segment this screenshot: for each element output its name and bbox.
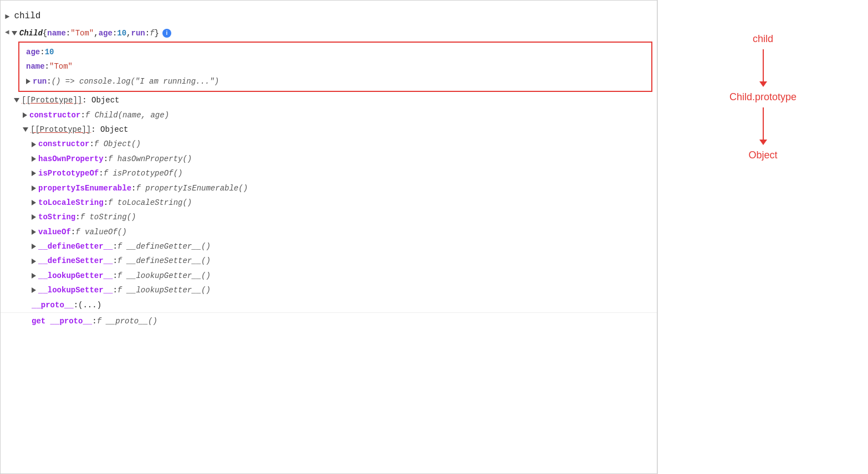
run-expand[interactable] [26, 79, 30, 84]
info-icon[interactable]: i [162, 29, 171, 38]
ctor1-expand[interactable] [23, 112, 27, 118]
console-top-line: ► child [1, 7, 657, 26]
get-proto-val: f __proto__() [97, 315, 157, 327]
object-annotation: Object [748, 150, 777, 161]
ctor1-key: constructor [29, 109, 80, 121]
object-summary-line: ◄ Child { name : "Tom" , age : 10 , run … [1, 26, 657, 40]
definegetter-colon: : [113, 240, 117, 253]
colon2: : [113, 27, 117, 39]
proto1-expand[interactable] [14, 98, 19, 102]
lookupgetter-line: __lookupGetter__ : f __lookupGetter__() [1, 269, 657, 283]
back-arrow-icon[interactable]: ◄ [5, 27, 9, 39]
run-key-inline: run [131, 27, 145, 39]
name-property-line: name : "Tom" [24, 59, 647, 74]
tostring-expand[interactable] [32, 214, 36, 220]
lookupsetter-val: f __lookupSetter__() [118, 284, 211, 296]
name-key: name [47, 27, 66, 39]
proto-prop-val: (...) [78, 299, 101, 311]
tolocalestring-key: toLocaleString [38, 197, 104, 209]
valueof-expand[interactable] [32, 229, 36, 235]
isprototypeof-key: isPrototypeOf [38, 167, 99, 179]
hasownprop-expand[interactable] [32, 156, 36, 162]
get-proto-key: get __proto__ [32, 315, 92, 327]
arrow1 [763, 49, 764, 83]
lookupsetter-expand[interactable] [32, 287, 36, 293]
tolocalestring-val: f toLocaleString() [108, 197, 192, 209]
lookupgetter-key: __lookupGetter__ [38, 270, 113, 282]
object-label: Object [748, 150, 777, 161]
proto-prop-line: __proto__ : (...) [1, 298, 657, 312]
run-f-inline: f [150, 27, 154, 39]
definegetter-key: __defineGetter__ [38, 240, 113, 253]
isprototypeof-expand[interactable] [32, 171, 36, 176]
propertyisenumerable-key: propertyIsEnumerable [38, 182, 131, 194]
propertyisenumerable-line: propertyIsEnumerable : f propertyIsEnume… [1, 181, 657, 195]
brace-close: } [155, 27, 159, 39]
valueof-val: f valueOf() [75, 226, 126, 238]
proto-prop-colon: : [74, 299, 78, 311]
expand-arrow[interactable] [12, 31, 17, 35]
valueof-key: valueOf [38, 226, 71, 238]
obj-ctor-colon: : [89, 138, 94, 150]
valueof-colon: : [71, 226, 75, 238]
own-properties-box: age : 10 name : "Tom" run : () => consol… [18, 42, 652, 92]
lookupsetter-line: __lookupSetter__ : f __lookupSetter__() [1, 283, 657, 297]
definesetter-colon: : [113, 255, 117, 267]
age-num-inline: 10 [117, 27, 126, 39]
proto2-expand[interactable] [23, 127, 28, 132]
valueof-line: valueOf : f valueOf() [1, 225, 657, 239]
colon1: : [66, 27, 70, 39]
lookupgetter-val: f __lookupGetter__() [118, 270, 211, 282]
age-property-line: age : 10 [24, 45, 647, 59]
obj-constructor-line: constructor : f Object() [1, 137, 657, 151]
lookupgetter-expand[interactable] [32, 273, 36, 279]
name-colon: : [45, 60, 49, 73]
isprototypeof-line: isPrototypeOf : f isPrototypeOf() [1, 166, 657, 181]
isprototypeof-colon: : [99, 167, 103, 179]
tostring-key: toString [38, 211, 75, 223]
run-colon: : [47, 75, 51, 87]
child-prototype-label: Child.prototype [729, 91, 796, 103]
top-variable-name: child [14, 9, 40, 24]
proto2-label: [[Prototype]] [30, 123, 91, 136]
tolocalestring-colon: : [104, 197, 108, 209]
prototype2-line: [[Prototype]] : Object [1, 122, 657, 137]
run-property-line: run : () => console.log("I am running...… [24, 74, 647, 89]
get-proto-colon: : [92, 315, 96, 327]
isprototypeof-val: f isPrototypeOf() [104, 167, 183, 179]
proto1-colon: : Object [82, 94, 119, 106]
age-key-inline: age [99, 27, 113, 39]
object-class-name: Child [19, 27, 43, 39]
get-proto-line: get __proto__ : f __proto__() [1, 312, 657, 328]
hasownprop-key: hasOwnProperty [38, 153, 104, 165]
run-key-prop: run [33, 75, 47, 87]
age-key: age [26, 46, 40, 58]
run-func-val: () => console.log("I am running...") [52, 75, 219, 87]
definesetter-expand[interactable] [32, 259, 36, 264]
proto2-colon: : Object [91, 123, 128, 136]
definegetter-line: __defineGetter__ : f __defineGetter__() [1, 239, 657, 254]
obj-ctor-expand[interactable] [32, 142, 36, 147]
definegetter-val: f __defineGetter__() [118, 240, 211, 253]
obj-ctor-val: f Object() [94, 138, 141, 150]
tolocalestring-expand[interactable] [32, 200, 36, 205]
ctor1-val: f Child(name, age) [85, 109, 169, 121]
age-value: 10 [45, 46, 54, 58]
console-panel: ► child ◄ Child { name : "Tom" , age : 1… [0, 0, 657, 474]
definesetter-key: __defineSetter__ [38, 255, 113, 267]
lookupsetter-colon: : [113, 284, 117, 296]
colon3: : [145, 27, 150, 39]
propertyisenumerable-expand[interactable] [32, 186, 36, 191]
chevron-icon: ► [5, 11, 9, 23]
child-annotation: child [753, 33, 773, 45]
lookupsetter-key: __lookupSetter__ [38, 284, 113, 296]
brace-open: { [43, 27, 47, 39]
arrow2 [763, 107, 764, 141]
child-label: child [753, 33, 773, 45]
proto-prop-key: __proto__ [32, 299, 74, 311]
tostring-line: toString : f toString() [1, 210, 657, 224]
name-key-prop: name [26, 60, 45, 73]
definegetter-expand[interactable] [32, 244, 36, 249]
prototype1-line: [[Prototype]] : Object [1, 93, 657, 107]
child-prototype-annotation: Child.prototype [729, 91, 796, 103]
